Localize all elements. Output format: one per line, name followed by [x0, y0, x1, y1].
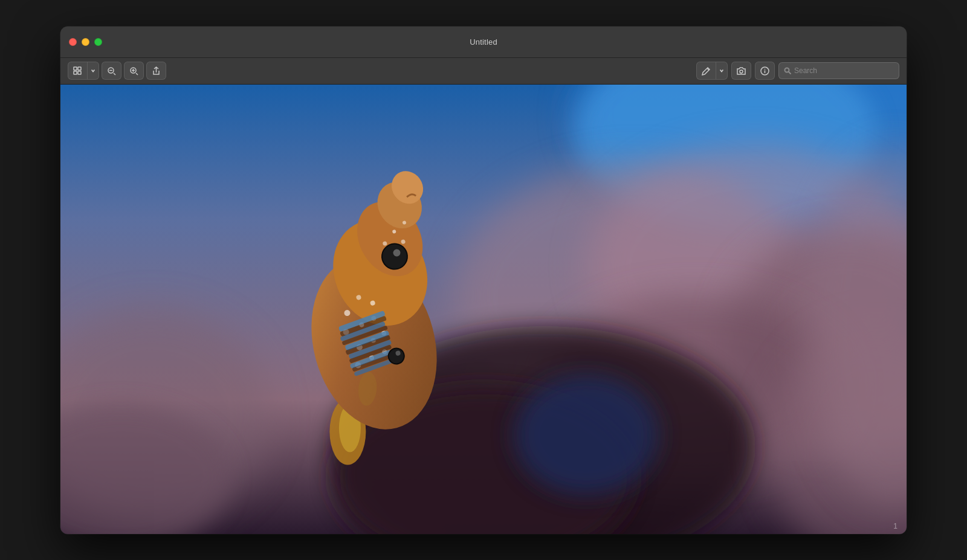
close-button[interactable]	[69, 38, 77, 46]
traffic-lights	[69, 38, 102, 46]
app-window: Untitled	[60, 27, 907, 534]
info-icon	[760, 66, 769, 76]
markup-dropdown-button[interactable]	[716, 62, 728, 80]
fish-scene-svg: 1	[60, 85, 907, 534]
search-icon	[784, 67, 791, 74]
page-indicator: 1	[893, 522, 897, 530]
svg-point-15	[765, 68, 766, 69]
window-title: Untitled	[470, 37, 497, 47]
share-icon	[152, 66, 161, 76]
svg-rect-1	[78, 67, 81, 70]
zoom-out-button[interactable]	[102, 62, 121, 80]
markup-button[interactable]	[696, 62, 716, 80]
camera-icon	[737, 66, 746, 76]
chevron-down-icon	[719, 68, 724, 73]
markup-group	[696, 62, 728, 80]
svg-rect-3	[78, 71, 81, 74]
info-button[interactable]	[755, 62, 775, 80]
svg-line-6	[114, 73, 115, 75]
zoom-out-icon	[107, 66, 116, 76]
zoom-in-button[interactable]	[124, 62, 144, 80]
svg-line-10	[136, 73, 138, 75]
svg-rect-0	[74, 67, 77, 70]
svg-point-27	[514, 375, 659, 495]
zoom-in-icon	[129, 66, 138, 76]
view-toggle-button[interactable]	[68, 62, 88, 80]
image-area: 1	[60, 85, 907, 534]
svg-line-17	[789, 72, 791, 74]
chevron-down-icon	[91, 68, 95, 73]
pen-icon	[702, 66, 711, 76]
camera-button[interactable]	[731, 62, 751, 80]
view-dropdown-button[interactable]	[88, 62, 99, 80]
svg-point-12	[740, 70, 743, 73]
share-button[interactable]	[146, 62, 166, 80]
titlebar: Untitled	[60, 27, 907, 58]
toolbar	[60, 58, 907, 85]
maximize-button[interactable]	[94, 38, 102, 46]
search-input[interactable]	[794, 66, 894, 75]
toolbar-right	[696, 62, 899, 80]
search-container[interactable]	[778, 62, 899, 79]
toolbar-left	[68, 62, 693, 80]
grid-icon	[73, 66, 82, 76]
svg-rect-2	[74, 71, 77, 74]
minimize-button[interactable]	[82, 38, 89, 46]
view-toggle-group	[68, 62, 99, 80]
